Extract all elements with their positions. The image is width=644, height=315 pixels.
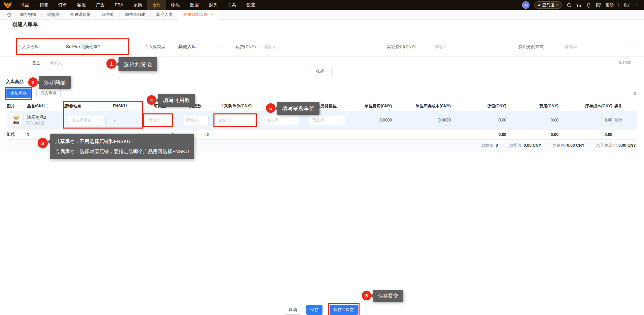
- tab-inventory-detail[interactable]: 库存明细: [14, 10, 41, 19]
- nav-item-purchase[interactable]: 采购: [128, 0, 147, 10]
- defect-shelf-cell: 请选择: [305, 115, 348, 125]
- summary-label: 汇总: [7, 132, 27, 137]
- annotation-1-tooltip: 选择到货仓: [118, 57, 157, 71]
- product-image: 赛狐: [9, 113, 24, 128]
- store-select-placeholder: 请选择店铺: [71, 117, 92, 123]
- home-icon[interactable]: [4, 10, 14, 19]
- purchase-price-input[interactable]: [215, 115, 256, 125]
- inbound-form: 入库仓库: SellFox北美仓001 入库类型: 其他入库 运费(CNY): …: [0, 37, 644, 69]
- chevron-down-icon[interactable]: [218, 44, 221, 47]
- page: 商品 销售 订单 客服 广告 FBA 采购 仓库 物流 数据 财务 工具 设置 …: [0, 0, 644, 315]
- shelf-cell: 请选择: [261, 115, 305, 125]
- other-fee-label: 其它费用(CNY):: [387, 44, 417, 50]
- tab-create-purchase-order[interactable]: 创建采购单: [65, 10, 96, 19]
- chevron-down-icon: [340, 118, 342, 121]
- total-qty-value: 0: [496, 143, 498, 148]
- nav-item-products[interactable]: 商品: [15, 0, 34, 10]
- annotation-box-add-product: 添加商品: [5, 87, 32, 100]
- header-image: 图片: [7, 103, 27, 109]
- header-unit-fee: 单位费用(CNY): [348, 103, 394, 109]
- product-sku: SF-SKU2: [27, 120, 64, 126]
- warehouse-label: 入库仓库:: [19, 44, 40, 50]
- settings-gear-icon[interactable]: ⚙: [633, 91, 637, 97]
- nav-item-service[interactable]: 客服: [72, 0, 91, 10]
- apps-grid-icon[interactable]: [596, 3, 601, 8]
- sort-icon[interactable]: [46, 104, 49, 108]
- available-qty-input[interactable]: [145, 115, 171, 125]
- amazon-icon: a: [538, 3, 540, 7]
- shelf-select[interactable]: 请选择: [263, 115, 299, 125]
- defect-shelf-select[interactable]: 请选择: [309, 115, 345, 125]
- store-select[interactable]: 请选择店铺: [68, 115, 106, 125]
- ai-assistant-button[interactable]: AI: [522, 1, 530, 9]
- chevron-up-icon: [325, 70, 329, 73]
- total-inbound-cost-value: 0.00 CNY: [618, 143, 636, 148]
- account-menu[interactable]: 账户: [623, 2, 632, 8]
- tab-purchase-order[interactable]: 采购单: [42, 10, 65, 19]
- save-submit-button[interactable]: 保存并提交: [330, 305, 358, 315]
- channel-selector[interactable]: a 亚马逊: [534, 1, 562, 9]
- import-product-button[interactable]: 导入商品: [36, 89, 61, 98]
- fee-allocation-label: 费用分配方式:: [518, 44, 545, 50]
- total-fee-value: 0.00 CNY: [567, 143, 584, 148]
- annotation-6-badge: 6: [362, 291, 371, 300]
- header-fee: 费用(CNY): [508, 103, 561, 109]
- nav-item-ads[interactable]: 广告: [91, 0, 110, 10]
- defect-qty-input[interactable]: [182, 115, 209, 125]
- nav-item-tools[interactable]: 工具: [223, 0, 241, 10]
- warehouse-select[interactable]: SellFox北美仓001: [66, 44, 101, 50]
- search-icon[interactable]: [567, 3, 572, 8]
- resize-handle-icon[interactable]: [635, 64, 637, 70]
- tab-adjustment-create[interactable]: 调整单创建: [120, 10, 150, 19]
- total-inbound-cost-label: 总入库成本:: [596, 143, 617, 148]
- annotation-3-line1: 共享库存：不用选择店铺和FNSKU: [55, 136, 189, 146]
- fee-allocation-select[interactable]: 请选择: [565, 44, 577, 50]
- tab-create-other-inbound-active[interactable]: 创建其他入库 ✕: [178, 10, 219, 20]
- annotation-box-save-submit: 保存并提交: [328, 303, 360, 315]
- inbound-type-select[interactable]: 其他入库: [178, 44, 196, 50]
- nav-item-logistics[interactable]: 物流: [166, 0, 185, 10]
- product-name: 演示商品2: [27, 115, 64, 120]
- nav-item-finance[interactable]: 财务: [204, 0, 223, 10]
- other-fee-input[interactable]: 请输入: [434, 44, 447, 50]
- chevron-down-icon[interactable]: [121, 44, 124, 47]
- nav-item-data[interactable]: 数据: [185, 0, 204, 10]
- add-product-button[interactable]: 添加商品: [6, 89, 31, 98]
- annotation-6-tooltip: 保存提交: [373, 290, 403, 302]
- remark-label: 备注:: [32, 60, 41, 66]
- tab-other-inbound[interactable]: 其他入库: [151, 10, 178, 19]
- store-cell: 请选择店铺: [64, 115, 113, 125]
- nav-item-orders[interactable]: 订单: [53, 0, 72, 10]
- tab-adjustment[interactable]: 调整单: [96, 10, 119, 19]
- close-icon[interactable]: ✕: [210, 10, 213, 19]
- nav-item-sales[interactable]: 销售: [34, 0, 53, 10]
- annotation-box-qty-input: [143, 113, 173, 127]
- collapse-button[interactable]: 收起: [313, 67, 332, 75]
- chevron-down-icon[interactable]: [636, 3, 638, 6]
- bell-icon[interactable]: [586, 3, 591, 8]
- chevron-down-icon[interactable]: [630, 44, 634, 47]
- table-row: 赛狐 演示商品2 SF-SKU2 请选择店铺 -: [7, 111, 637, 129]
- help-link[interactable]: 帮助: [606, 2, 614, 8]
- nav-item-settings[interactable]: 设置: [241, 0, 260, 10]
- active-tab-label: 创建其他入库: [183, 10, 208, 19]
- inbound-type-label: 入库类型:: [146, 44, 167, 50]
- remark-input[interactable]: 请输入: [49, 60, 62, 66]
- header-fnsku: FNSKU: [113, 104, 141, 108]
- nav-item-fba[interactable]: FBA: [110, 0, 128, 10]
- freight-input[interactable]: 请输入: [263, 44, 276, 50]
- annotation-3-line2: 专属库存：选择对应店铺，要指定给哪个产品用再选择FNSKU: [55, 146, 189, 156]
- header-store-site: 店铺/站点: [64, 103, 113, 109]
- chevron-down-icon: [556, 3, 558, 6]
- header-name-sku[interactable]: 品名/SKU: [27, 103, 64, 109]
- cancel-button[interactable]: 取消: [285, 305, 301, 315]
- price-cell: [212, 113, 261, 127]
- nav-item-warehouse[interactable]: 仓库: [147, 0, 166, 10]
- divider: [618, 3, 619, 7]
- footer-actions: 取消 保存 保存并提交: [0, 303, 644, 315]
- unit-fee-value: 0.0000: [348, 118, 394, 123]
- remove-link[interactable]: 移除: [614, 118, 622, 123]
- headset-icon[interactable]: [576, 3, 581, 8]
- chevron-down-icon: [100, 118, 103, 121]
- save-button[interactable]: 保存: [306, 305, 323, 315]
